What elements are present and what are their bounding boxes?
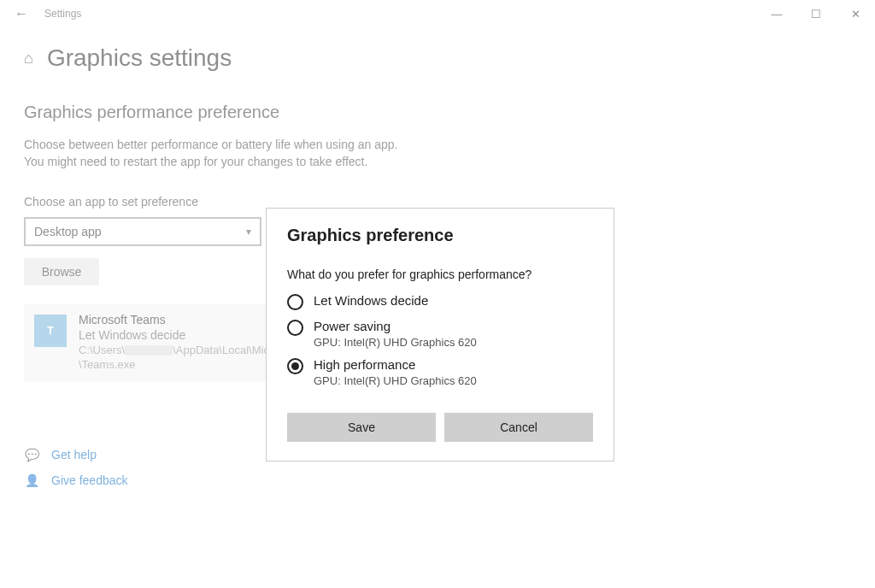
radio-label: High performance xyxy=(314,357,477,372)
titlebar: ← Settings xyxy=(0,0,875,27)
app-path: C:\Users\\AppData\Local\Mic xyxy=(79,344,269,356)
chevron-down-icon: ▾ xyxy=(246,226,251,238)
radio-gpu-label: GPU: Intel(R) UHD Graphics 620 xyxy=(314,336,477,349)
radio-high-performance[interactable]: High performance GPU: Intel(R) UHD Graph… xyxy=(287,357,593,387)
section-title: Graphics performance preference xyxy=(24,103,851,122)
browse-button[interactable]: Browse xyxy=(24,258,99,285)
home-icon[interactable]: ⌂ xyxy=(24,50,33,68)
app-current-pref: Let Windows decide xyxy=(79,328,269,342)
page-header: ⌂ Graphics settings xyxy=(24,44,851,72)
dialog-title: Graphics preference xyxy=(287,226,593,245)
get-help-label: Get help xyxy=(51,448,97,462)
app-name: Microsoft Teams xyxy=(79,313,269,326)
cancel-button[interactable]: Cancel xyxy=(444,413,593,442)
back-arrow-icon: ← xyxy=(15,6,28,21)
give-feedback-label: Give feedback xyxy=(51,473,128,487)
chat-icon: 💬 xyxy=(24,448,39,462)
back-button[interactable]: ← xyxy=(5,0,38,27)
dropdown-value: Desktop app xyxy=(34,225,102,238)
window-title: Settings xyxy=(44,8,81,20)
graphics-preference-dialog: Graphics preference What do you prefer f… xyxy=(266,208,614,462)
radio-icon xyxy=(287,320,303,336)
give-feedback-link[interactable]: 👤 Give feedback xyxy=(24,473,851,487)
radio-group: Let Windows decide Power saving GPU: Int… xyxy=(287,293,593,387)
radio-power-saving[interactable]: Power saving GPU: Intel(R) UHD Graphics … xyxy=(287,319,593,349)
window-controls: — ☐ ✕ xyxy=(757,0,875,27)
minimize-button[interactable]: — xyxy=(757,0,796,27)
feedback-icon: 👤 xyxy=(24,473,39,487)
save-button[interactable]: Save xyxy=(287,413,436,442)
section-description: Choose between better performance or bat… xyxy=(24,136,851,171)
page-title: Graphics settings xyxy=(47,44,232,72)
redacted-username xyxy=(125,345,173,356)
app-type-dropdown[interactable]: Desktop app ▾ xyxy=(24,217,261,246)
app-path-line2: \Teams.exe xyxy=(79,358,269,371)
radio-gpu-label: GPU: Intel(R) UHD Graphics 620 xyxy=(314,374,477,387)
desc-line-1: Choose between better performance or bat… xyxy=(24,136,851,153)
dialog-question: What do you prefer for graphics performa… xyxy=(287,268,593,281)
choose-app-label: Choose an app to set preference xyxy=(24,195,851,209)
radio-label: Let Windows decide xyxy=(314,293,428,308)
radio-icon xyxy=(287,294,303,310)
maximize-button[interactable]: ☐ xyxy=(796,0,836,27)
desc-line-2: You might need to restart the app for yo… xyxy=(24,153,851,170)
close-button[interactable]: ✕ xyxy=(836,0,875,27)
radio-icon xyxy=(287,358,303,374)
teams-app-icon: T xyxy=(34,315,67,347)
radio-let-windows-decide[interactable]: Let Windows decide xyxy=(287,293,593,310)
radio-label: Power saving xyxy=(314,319,477,333)
